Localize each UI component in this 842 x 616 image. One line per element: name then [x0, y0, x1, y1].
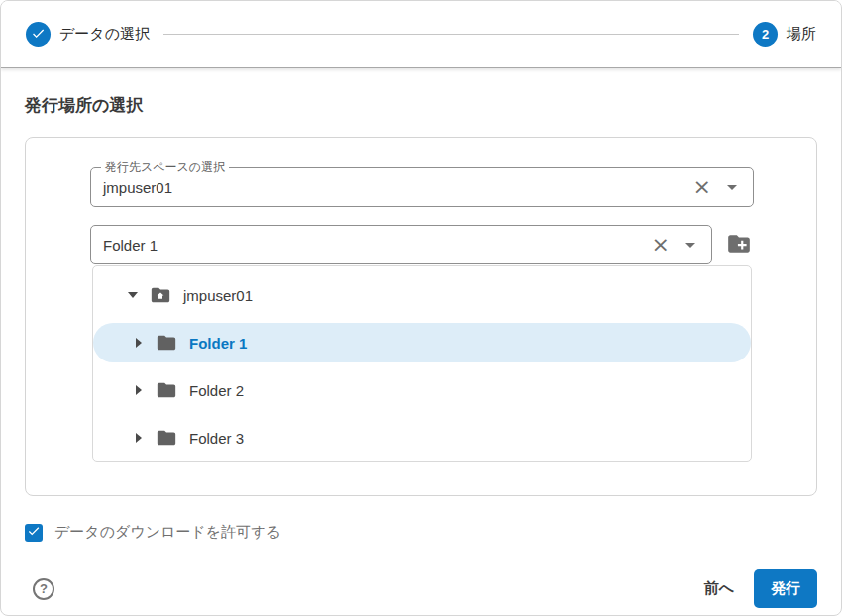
- caret-right-icon[interactable]: [133, 338, 145, 348]
- folder-icon: [156, 379, 177, 401]
- space-clear-icon[interactable]: ×: [689, 176, 715, 198]
- folder-select-value: Folder 1: [91, 237, 648, 254]
- folder-icon: [156, 427, 177, 449]
- tree-row-jmpuser01[interactable]: jmpuser01: [93, 275, 751, 315]
- check-icon: [31, 26, 46, 44]
- stepper-step-location[interactable]: 2 場所: [753, 22, 816, 47]
- space-select-field[interactable]: 発行先スペースの選択 jmpuser01 ×: [90, 167, 754, 207]
- tree-row-folder2[interactable]: Folder 2: [93, 370, 751, 410]
- check-icon: [27, 524, 41, 542]
- page-title: 発行場所の選択: [25, 94, 817, 116]
- step2-number-circle: 2: [753, 22, 778, 47]
- step1-label: データの選択: [59, 25, 150, 44]
- space-select-value: jmpuser01: [91, 179, 689, 196]
- folder-icon: [156, 332, 177, 354]
- new-folder-button[interactable]: [724, 229, 754, 261]
- caret-right-icon[interactable]: [133, 385, 145, 395]
- stepper-step-data-selection[interactable]: データの選択: [26, 22, 150, 47]
- caret-right-icon[interactable]: [133, 433, 145, 443]
- allow-download-option: データのダウンロードを許可する: [25, 523, 817, 542]
- allow-download-label: データのダウンロードを許可する: [54, 523, 281, 542]
- folder-select-row: Folder 1 ×: [90, 225, 816, 264]
- folder-dropdown-arrow-icon[interactable]: [685, 243, 695, 248]
- dialog-footer: ? 前へ 発行: [25, 569, 817, 608]
- dialog-body: 発行場所の選択 発行先スペースの選択 jmpuser01 × Folder 1 …: [1, 94, 841, 608]
- tree-label: Folder 1: [189, 335, 247, 352]
- tree-row-folder1[interactable]: Folder 1: [93, 323, 751, 362]
- location-panel: 発行先スペースの選択 jmpuser01 × Folder 1 ×: [25, 137, 817, 496]
- step1-complete-circle: [26, 22, 51, 47]
- publish-dialog: データの選択 2 場所 発行場所の選択 発行先スペースの選択 jmpuser01…: [0, 0, 842, 616]
- home-folder-icon: [150, 284, 171, 306]
- question-mark-icon: ?: [40, 582, 48, 595]
- help-button[interactable]: ?: [33, 578, 54, 600]
- step2-label: 場所: [787, 25, 816, 44]
- wizard-stepper: データの選択 2 場所: [1, 1, 841, 68]
- stepper-connector-line: [163, 34, 739, 35]
- space-dropdown-arrow-icon[interactable]: [727, 185, 737, 190]
- tree-label: jmpuser01: [183, 287, 253, 304]
- step2-number: 2: [762, 27, 769, 42]
- caret-down-icon[interactable]: [127, 292, 139, 298]
- folder-select-field[interactable]: Folder 1 ×: [90, 225, 712, 264]
- folder-clear-icon[interactable]: ×: [648, 234, 674, 256]
- space-select-label: 発行先スペースの選択: [101, 159, 229, 176]
- new-folder-icon: [726, 231, 752, 259]
- tree-row-folder3[interactable]: Folder 3: [93, 418, 751, 458]
- folder-tree: jmpuser01 Folder 1 Folder 2: [92, 265, 752, 462]
- allow-download-checkbox[interactable]: [25, 524, 43, 542]
- tree-label: Folder 2: [189, 382, 244, 399]
- tree-label: Folder 3: [189, 430, 244, 447]
- publish-button[interactable]: 発行: [754, 569, 817, 608]
- back-button[interactable]: 前へ: [690, 569, 748, 608]
